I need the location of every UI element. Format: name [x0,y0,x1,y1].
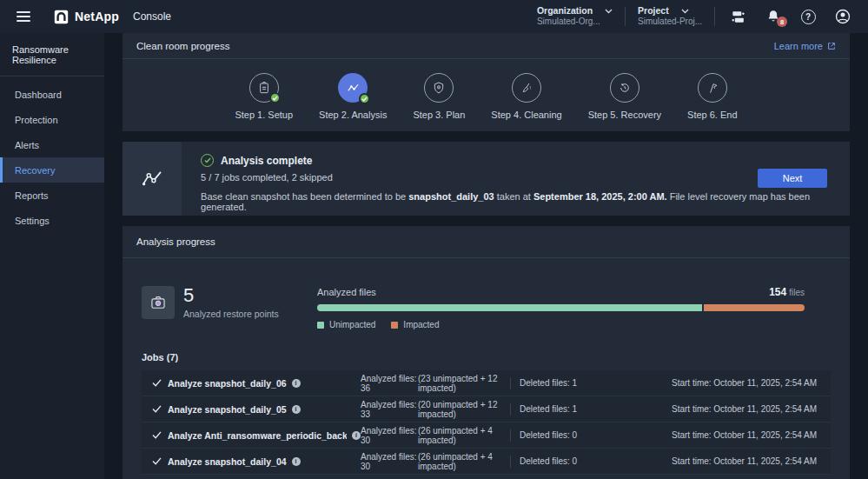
step-label: Step 6. End [687,110,738,120]
step-cleaning[interactable]: Step 4. Cleaning [491,73,561,120]
job-analyzed-files: Analyzed files: 36 [361,374,418,393]
step-label: Step 1. Setup [235,110,293,120]
restore-points-tile [142,286,175,319]
bar-total: 154files [769,286,805,298]
clean-room-progress-card: Clean room progress Learn more [123,33,850,131]
unimpacted-swatch [317,322,324,329]
row-divider [510,429,511,442]
organization-selector[interactable]: Organization Simulated-Org... [537,5,613,28]
connector-button[interactable] [727,5,750,28]
notifications-button[interactable]: 8 [762,5,785,28]
account-button[interactable] [832,5,854,28]
jobs-summary: 5 / 7 jobs completed, 2 skipped [201,172,850,183]
sidebar-item-settings[interactable]: Settings [0,208,104,233]
learn-more-link[interactable]: Learn more [774,41,836,51]
job-breakdown: (26 unimpacted + 4 impacted) [418,426,510,445]
sidebar-item-protection[interactable]: Protection [0,107,104,132]
sidebar-item-recovery[interactable]: Recovery [0,157,104,183]
banner-message: Base clean snapshot has been determined … [201,191,850,212]
job-row: Analyze snapshot_daily_05i Analyzed file… [142,396,831,422]
help-icon: ? [801,10,816,24]
job-analyzed-files: Analyzed files: 33 [361,400,418,419]
restore-points-stat: 5 Analyzed restore points [142,286,317,329]
job-breakdown: (20 unimpacted + 12 impacted) [418,400,510,419]
job-row: Analyze snapshot_daily_06i Analyzed file… [142,370,831,396]
info-icon[interactable]: i [292,405,301,414]
project-label: Project [638,5,669,17]
job-row: Analyze Anti_ransomware_periodic_backup.… [142,422,831,449]
help-button[interactable]: ? [797,5,819,28]
header-divider [714,7,715,26]
restore-points-value: 5 [183,286,279,305]
job-deleted-files: Deleted files: 1 [520,378,672,388]
top-header: NetApp Console Organization Simulated-Or… [0,0,868,33]
jobs-title: Jobs (7) [142,352,850,363]
shield-icon [432,81,446,95]
job-name: Analyze snapshot_daily_04 [168,456,287,467]
analyzed-files-progress: Analyzed files 154files Unimpacted Impac… [317,286,805,329]
brand-name: NetApp [75,10,119,23]
step-analysis[interactable]: Step 2. Analysis [319,73,387,120]
job-name: Analyze snapshot_daily_06 [168,378,287,389]
banner-title: Analysis complete [221,155,312,167]
step-complete-check-icon [359,93,370,104]
job-deleted-files: Deleted files: 0 [520,456,672,466]
sidebar-divider [0,76,104,77]
info-icon[interactable]: i [292,379,301,388]
snapshot-name: snapshot_daily_03 [408,191,494,202]
menu-icon[interactable] [0,0,47,33]
legend-impacted: Impacted [391,320,439,329]
stepper: Step 1. Setup Step 2. Analysis [123,59,850,120]
project-selector[interactable]: Project Simulated-Proj... [638,5,702,28]
job-check-icon [152,431,168,439]
netapp-logo: NetApp [54,10,119,24]
job-analyzed-files: Analyzed files: 30 [361,426,418,445]
restore-points-label: Analyzed restore points [183,309,279,319]
app-title: Console [133,10,171,23]
row-divider [510,403,511,416]
job-deleted-files: Deleted files: 0 [520,430,672,440]
job-start-time: Start time: October 11, 2025, 2:54 AM [672,378,820,388]
analysis-complete-banner: Analysis complete 5 / 7 jobs completed, … [123,142,850,216]
chevron-down-icon [681,9,689,14]
job-start-time: Start time: October 11, 2025, 2:54 AM [672,404,820,414]
bar-segment-impacted [704,304,805,311]
sidebar-item-reports[interactable]: Reports [0,183,104,208]
job-check-icon [152,405,168,413]
banner-icon-panel [123,142,182,216]
analysis-progress-card: Analysis progress 5 Analyzed restore poi… [123,226,850,479]
sidebar: Ransomware Resilience Dashboard Protecti… [0,33,104,479]
notification-badge: 8 [777,17,787,27]
netapp-mark-icon [54,10,69,24]
jobs-table: Analyze snapshot_daily_06i Analyzed file… [142,370,831,475]
step-plan[interactable]: Step 3. Plan [413,73,465,120]
sidebar-item-alerts[interactable]: Alerts [0,132,104,157]
next-button[interactable]: Next [758,169,827,188]
analysis-progress-title: Analysis progress [136,236,215,247]
row-divider [510,377,511,389]
bar-segment-unimpacted [317,304,702,311]
legend-unimpacted: Unimpacted [317,320,375,329]
organization-value: Simulated-Org... [537,17,613,28]
job-row: Analyze snapshot_daily_04i Analyzed file… [142,449,831,475]
history-icon [618,81,632,95]
pulse-icon [139,166,165,192]
snapshot-timestamp: September 18, 2025, 2:00 AM. [533,191,667,202]
job-breakdown: (23 unimpacted + 12 impacted) [418,374,510,393]
job-check-icon [152,379,168,387]
step-end[interactable]: Step 6. End [687,73,738,120]
bar-legend: Unimpacted Impacted [317,320,805,329]
success-check-icon [201,154,214,167]
job-breakdown: (26 unimpacted + 4 impacted) [418,452,510,471]
sidebar-title: Ransomware Resilience [0,33,104,76]
chevron-down-icon [605,9,613,14]
row-divider [510,456,511,468]
step-setup[interactable]: Step 1. Setup [235,73,293,120]
job-check-icon [152,457,168,465]
step-recovery[interactable]: Step 5. Recovery [588,73,661,120]
info-icon[interactable]: i [292,457,301,466]
organization-label: Organization [537,5,593,17]
user-icon [834,8,851,25]
info-icon[interactable]: i [352,431,361,440]
sidebar-item-dashboard[interactable]: Dashboard [0,82,104,107]
